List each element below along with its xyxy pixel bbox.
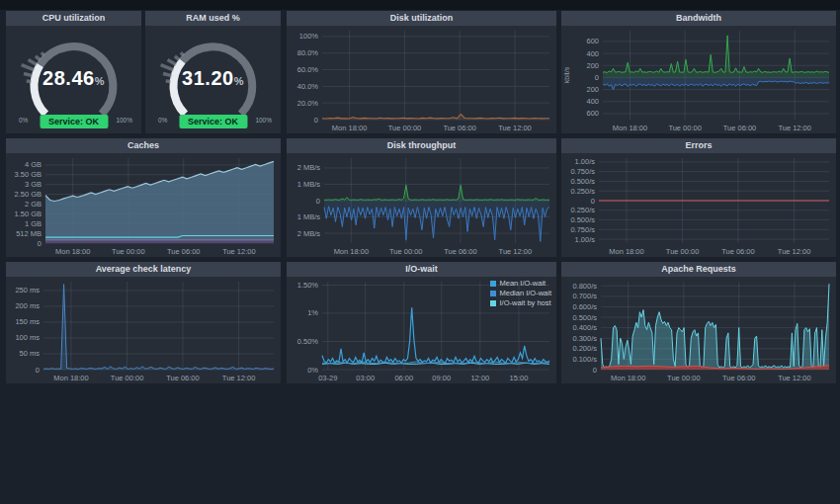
svg-text:Tue 12:00: Tue 12:00 — [778, 247, 811, 256]
gauge-histogram-bar — [36, 56, 41, 60]
svg-text:2.50 GB: 2.50 GB — [14, 190, 42, 199]
svg-text:1%: 1% — [307, 308, 318, 317]
panel-bandwidth: Bandwidth Mon 18:00Tue 00:00Tue 06:00Tue… — [561, 11, 836, 133]
svg-text:1.50%: 1.50% — [297, 281, 319, 290]
svg-text:Tue 00:00: Tue 00:00 — [668, 124, 702, 132]
svg-text:0: 0 — [595, 73, 599, 82]
panel-cpu-utilization: CPU utilization 28.46% Service: OK 0% 10… — [6, 11, 141, 133]
gauge-min-label: 0% — [19, 117, 28, 124]
chart-errors[interactable]: Mon 18:00Tue 00:00Tue 06:00Tue 12:001.00… — [561, 153, 836, 257]
svg-text:200: 200 — [586, 61, 599, 70]
svg-text:3 GB: 3 GB — [25, 180, 42, 189]
svg-text:Tue 00:00: Tue 00:00 — [112, 247, 145, 256]
chart-io-wait[interactable]: 03-2903:0006:0009:0012:0015:001.50%1%0.5… — [287, 277, 556, 383]
chart-average-check-latency[interactable]: Mon 18:00Tue 00:00Tue 06:00Tue 12:00250 … — [6, 277, 281, 383]
svg-text:kbit/s: kbit/s — [563, 66, 570, 83]
svg-text:250 ms: 250 ms — [15, 286, 40, 294]
svg-text:0%: 0% — [307, 366, 318, 375]
top-strip — [0, 0, 840, 10]
svg-text:Mon 18:00: Mon 18:00 — [334, 247, 369, 256]
legend-swatch — [490, 281, 496, 287]
svg-text:60.0%: 60.0% — [297, 65, 319, 74]
svg-text:0.250/s: 0.250/s — [570, 187, 595, 196]
panel-apache-requests: Apache Requests Mon 18:00Tue 00:00Tue 06… — [561, 262, 836, 383]
svg-text:Mon 18:00: Mon 18:00 — [611, 374, 645, 382]
legend-item[interactable]: Median I/O-wait — [490, 289, 551, 297]
gauge-value: 31.20% — [145, 67, 281, 90]
svg-text:40.0%: 40.0% — [297, 82, 319, 91]
svg-text:400: 400 — [586, 49, 599, 58]
chart-bandwidth[interactable]: Mon 18:00Tue 00:00Tue 06:00Tue 12:006004… — [561, 26, 836, 133]
panel-title[interactable]: Disk throughput — [287, 138, 556, 153]
svg-text:Tue 00:00: Tue 00:00 — [388, 124, 422, 132]
svg-text:Tue 12:00: Tue 12:00 — [222, 247, 256, 256]
panel-title[interactable]: RAM used % — [145, 11, 281, 26]
svg-text:15:00: 15:00 — [510, 374, 529, 382]
svg-text:Tue 12:00: Tue 12:00 — [222, 374, 256, 382]
panel-title[interactable]: Bandwidth — [561, 11, 836, 26]
svg-text:Mon 18:00: Mon 18:00 — [613, 124, 647, 132]
svg-text:0.300/s: 0.300/s — [572, 334, 597, 343]
chart-legend: Mean I/O-waitMedian I/O-waitI/O-wait by … — [490, 279, 551, 307]
svg-text:0.800/s: 0.800/s — [572, 282, 597, 291]
svg-text:Tue 06:00: Tue 06:00 — [443, 124, 476, 132]
service-status-badge: Service: OK — [40, 115, 108, 128]
svg-text:12:00: 12:00 — [470, 374, 489, 382]
legend-item[interactable]: I/O-wait by host — [490, 298, 551, 307]
svg-text:0: 0 — [316, 197, 320, 206]
panel-title[interactable]: Errors — [561, 138, 836, 153]
svg-text:2 MB/s: 2 MB/s — [297, 229, 321, 238]
svg-text:150 ms: 150 ms — [15, 317, 40, 326]
svg-text:20.0%: 20.0% — [297, 99, 319, 108]
chart-apache-requests[interactable]: Mon 18:00Tue 00:00Tue 06:00Tue 12:000.80… — [561, 277, 836, 383]
svg-text:Tue 06:00: Tue 06:00 — [444, 247, 477, 256]
svg-text:1 MB/s: 1 MB/s — [297, 180, 321, 189]
svg-text:Tue 12:00: Tue 12:00 — [778, 124, 811, 132]
svg-text:0.600/s: 0.600/s — [572, 302, 597, 311]
legend-swatch — [490, 291, 496, 296]
svg-text:Mon 18:00: Mon 18:00 — [609, 247, 643, 256]
panel-errors: Errors Mon 18:00Tue 00:00Tue 06:00Tue 12… — [561, 138, 836, 257]
svg-text:2 MB/s: 2 MB/s — [297, 163, 321, 172]
gauge-histogram-bar — [168, 60, 177, 65]
svg-text:Tue 12:00: Tue 12:00 — [499, 247, 533, 256]
panel-title[interactable]: Apache Requests — [561, 262, 836, 277]
svg-text:2 GB: 2 GB — [25, 200, 42, 209]
panel-io-wait: I/O-wait 03-2903:0006:0009:0012:0015:001… — [287, 262, 556, 383]
chart-canvas: Mon 18:00Tue 00:00Tue 06:00Tue 12:00100%… — [287, 26, 556, 133]
svg-text:Mon 18:00: Mon 18:00 — [332, 124, 367, 132]
svg-text:0: 0 — [38, 239, 42, 248]
svg-text:0: 0 — [314, 116, 318, 125]
svg-text:Tue 06:00: Tue 06:00 — [167, 247, 201, 256]
panel-title[interactable]: Caches — [6, 138, 281, 153]
chart-caches[interactable]: Mon 18:00Tue 00:00Tue 06:00Tue 12:004 GB… — [6, 153, 281, 257]
svg-text:Tue 06:00: Tue 06:00 — [721, 247, 755, 256]
svg-text:Tue 06:00: Tue 06:00 — [722, 374, 756, 382]
svg-text:512 MB: 512 MB — [16, 229, 42, 238]
svg-text:Tue 12:00: Tue 12:00 — [498, 124, 532, 132]
chart-disk-throughput[interactable]: Mon 18:00Tue 00:00Tue 06:00Tue 12:002 MB… — [287, 153, 556, 257]
legend-item[interactable]: Mean I/O-wait — [490, 279, 551, 288]
svg-text:06:00: 06:00 — [394, 374, 413, 382]
gauge-value: 28.46% — [6, 67, 141, 90]
svg-text:100%: 100% — [299, 32, 319, 41]
panel-title[interactable]: Disk utilization — [287, 11, 556, 26]
grafana-dashboard: CPU utilization 28.46% Service: OK 0% 10… — [0, 0, 840, 504]
gauge-histogram-bar — [42, 52, 44, 55]
svg-text:200: 200 — [586, 85, 599, 94]
svg-text:50 ms: 50 ms — [20, 349, 41, 358]
chart-disk-utilization[interactable]: Mon 18:00Tue 00:00Tue 06:00Tue 12:00100%… — [287, 26, 556, 133]
panel-disk-utilization: Disk utilization Mon 18:00Tue 00:00Tue 0… — [287, 11, 556, 133]
panel-title[interactable]: I/O-wait — [287, 262, 556, 277]
svg-text:0.500/s: 0.500/s — [570, 215, 595, 224]
svg-text:200 ms: 200 ms — [15, 301, 40, 310]
svg-text:03-29: 03-29 — [318, 374, 337, 382]
svg-text:Tue 00:00: Tue 00:00 — [389, 247, 423, 256]
panel-title[interactable]: Average check latency — [6, 262, 281, 277]
svg-text:1 MB/s: 1 MB/s — [297, 212, 321, 221]
service-status-badge: Service: OK — [179, 115, 247, 128]
panel-title[interactable]: CPU utilization — [6, 11, 141, 26]
svg-text:09:00: 09:00 — [432, 374, 451, 382]
gauge-min-label: 0% — [158, 117, 167, 124]
chart-canvas: Mon 18:00Tue 00:00Tue 06:00Tue 12:00250 … — [6, 277, 281, 383]
